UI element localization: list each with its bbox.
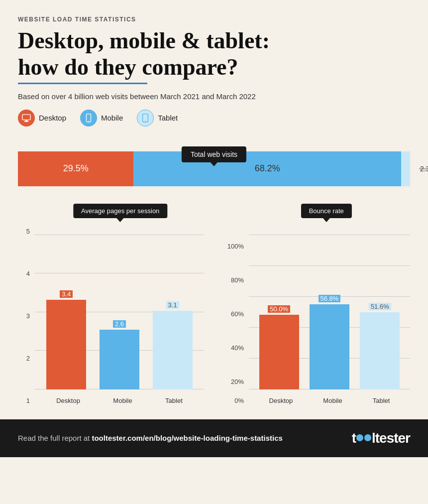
footer-text: Read the full report at tooltester.com/e… [18,434,283,442]
svg-rect-1 [25,120,27,121]
total-bar-tooltip: Total web visits [182,146,246,162]
bounce-xlabel-mobile: Mobile [323,397,342,404]
desktop-icon [18,110,35,126]
mobile-bar: 68.2% [133,151,401,186]
legend: Desktop Mobile Tablet [18,110,410,126]
footer: Read the full report at tooltester.com/e… [0,419,428,457]
svg-point-4 [88,121,89,122]
svg-rect-0 [22,115,30,120]
svg-point-6 [145,121,146,122]
bounce-chart: Bounce rate 100% 80% 60% 40% 20% 0% [224,206,410,404]
pages-y-axis: 5 4 3 2 1 [18,235,30,404]
pages-xlabel-mobile: Mobile [113,397,132,404]
mobile-icon [80,110,97,126]
bounce-bar-mobile: 56.8% [310,295,349,389]
tablet-bar [401,151,410,186]
pages-tooltip: Average pages per session [73,204,167,218]
footer-link[interactable]: tooltester.com/en/blog/website-loading-t… [92,434,282,442]
pages-bar-desktop: 3.4 [46,290,86,389]
legend-tablet: Tablet [137,110,178,126]
svg-rect-2 [24,121,29,122]
legend-mobile: Mobile [80,110,123,126]
pages-chart: Average pages per session 5 4 3 2 1 [18,206,204,404]
pages-bar-mobile: 2.6 [100,320,139,389]
desktop-bar: 29.5% [18,151,133,186]
section-label: WEBSITE LOAD TIME STATISTICS [18,16,410,23]
pages-bar-tablet: 3.1 [153,301,193,389]
total-bar-section: Total web visits 29.5% 68.2% 2.3% [18,151,410,186]
main-title: Desktop, mobile & tablet: how do they co… [18,28,410,84]
bounce-tooltip: Bounce rate [301,204,352,218]
bounce-xlabel-tablet: Tablet [373,397,390,404]
bounce-bar-desktop: 50.0% [259,305,299,389]
pages-xlabel-tablet: Tablet [165,397,183,404]
bounce-bar-tablet: 51.6% [360,303,400,389]
bounce-xlabel-desktop: Desktop [269,397,293,404]
pages-xlabel-desktop: Desktop [56,397,80,404]
tablet-icon [137,110,154,126]
subtitle: Based on over 4 billion web visits betwe… [18,92,410,101]
charts-row: Average pages per session 5 4 3 2 1 [18,206,410,404]
footer-logo: tltester [352,430,410,446]
legend-desktop: Desktop [18,110,66,126]
